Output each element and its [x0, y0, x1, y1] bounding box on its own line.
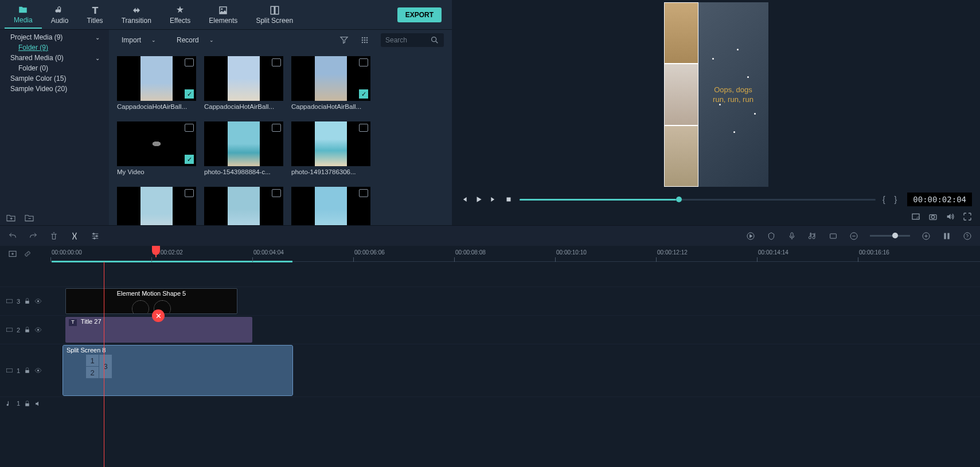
timeline-header-left: [0, 246, 52, 262]
media-item[interactable]: [117, 187, 196, 225]
media-item[interactable]: ✓My Video: [117, 121, 196, 175]
lock-icon[interactable]: [24, 326, 31, 333]
voiceover-icon[interactable]: [787, 231, 797, 241]
sidebar-item-sample-color[interactable]: Sample Color (15): [0, 73, 109, 84]
preview-controls: { } 00:00:02:04: [452, 189, 980, 210]
grid-view-icon[interactable]: [360, 36, 369, 45]
crop-icon[interactable]: [829, 231, 838, 241]
add-track-icon[interactable]: [8, 249, 17, 258]
track-video-1[interactable]: 1 Split Screen 8 1 2 3: [0, 344, 980, 397]
quality-icon[interactable]: [911, 212, 920, 221]
media-toolbar: Import ⌄ Record ⌄: [109, 30, 452, 50]
lock-icon[interactable]: [24, 400, 31, 407]
zoom-slider[interactable]: [870, 235, 910, 237]
snapshot-icon[interactable]: [928, 212, 938, 221]
tab-effects[interactable]: Effects: [161, 2, 200, 28]
media-thumbnail[interactable]: ✓: [117, 56, 196, 101]
media-item[interactable]: [291, 187, 370, 225]
timeline-ruler[interactable]: 00:00:00:0000:00:02:0200:00:04:0400:00:0…: [52, 246, 980, 262]
zoom-out-icon[interactable]: [849, 231, 858, 241]
media-item[interactable]: ✓CappadociaHotAirBall...: [291, 56, 370, 110]
fullscreen-icon[interactable]: [963, 212, 972, 221]
track-audio-1[interactable]: 1: [0, 397, 980, 410]
render-icon[interactable]: [746, 231, 755, 241]
mute-icon[interactable]: [34, 400, 42, 407]
sidebar-item-sample-video[interactable]: Sample Video (20): [0, 84, 109, 94]
visibility-icon[interactable]: [34, 326, 42, 333]
sidebar-item-folder-9[interactable]: Folder (9): [0, 42, 109, 53]
delete-folder-icon[interactable]: [24, 214, 34, 222]
image-badge-icon: [185, 58, 194, 66]
playhead-grip[interactable]: [152, 246, 160, 255]
main-tabs: Media Audio Titles Transition Effects: [0, 0, 452, 30]
clip-split-screen-8[interactable]: Split Screen 8 1 2 3: [63, 346, 292, 395]
adjust-icon[interactable]: [91, 231, 100, 241]
playhead[interactable]: [155, 246, 157, 257]
search-input[interactable]: [385, 36, 425, 44]
zoom-fit-icon[interactable]: [942, 231, 951, 241]
visibility-icon[interactable]: [34, 297, 42, 305]
sidebar-item-project-media[interactable]: Project Media (9) ⌄: [0, 32, 109, 42]
record-dropdown[interactable]: Record ⌄: [172, 34, 218, 46]
svg-point-6: [366, 40, 368, 41]
media-thumbnail[interactable]: [291, 187, 370, 225]
zoom-handle[interactable]: [892, 233, 898, 238]
preview-progress-bar[interactable]: [520, 199, 876, 201]
filter-icon[interactable]: [339, 36, 349, 45]
next-frame-button[interactable]: [490, 195, 498, 203]
marker-icon[interactable]: [767, 231, 776, 241]
tab-split-screen[interactable]: Split Screen: [247, 2, 302, 28]
sidebar-label: Shared Media (0): [10, 54, 64, 62]
tab-elements[interactable]: Elements: [200, 2, 247, 28]
media-thumbnail[interactable]: [204, 56, 283, 101]
media-thumbnail[interactable]: [204, 121, 283, 166]
progress-handle[interactable]: [676, 197, 682, 202]
clip-element-motion[interactable]: Element Motion Shape 5: [65, 288, 237, 314]
sidebar-item-shared-media[interactable]: Shared Media (0) ⌄: [0, 53, 109, 63]
svg-rect-34: [7, 368, 13, 372]
media-thumbnail[interactable]: [204, 187, 283, 225]
search-box[interactable]: [381, 33, 444, 47]
redo-icon[interactable]: [29, 231, 38, 241]
import-dropdown[interactable]: Import ⌄: [117, 34, 161, 46]
volume-icon[interactable]: [946, 212, 955, 221]
export-button[interactable]: EXPORT: [397, 7, 442, 22]
link-icon[interactable]: [23, 249, 32, 258]
tab-titles[interactable]: Titles: [77, 2, 112, 28]
tab-transition[interactable]: Transition: [112, 2, 161, 28]
prev-frame-button[interactable]: [460, 195, 468, 203]
transition-marker[interactable]: ✕: [152, 309, 165, 322]
media-thumbnail[interactable]: [291, 121, 370, 166]
track-video-2[interactable]: 2 ✕ T Title 27: [0, 316, 980, 344]
record-label: Record: [177, 36, 199, 44]
tab-titles-label: Titles: [87, 17, 103, 25]
media-item[interactable]: CappadociaHotAirBall...: [204, 56, 283, 110]
undo-icon[interactable]: [8, 231, 17, 241]
media-item[interactable]: [204, 187, 283, 225]
media-item[interactable]: photo-14913786306...: [291, 121, 370, 175]
used-check-icon: ✓: [185, 89, 194, 99]
lock-icon[interactable]: [24, 367, 31, 374]
stop-button[interactable]: [505, 195, 513, 203]
media-item[interactable]: photo-1543988884-c...: [204, 121, 283, 175]
svg-point-16: [93, 233, 95, 234]
visibility-icon[interactable]: [34, 367, 42, 374]
tab-media[interactable]: Media: [5, 1, 42, 29]
sidebar-item-folder-0[interactable]: Folder (0): [0, 63, 109, 73]
mark-in-out-icon[interactable]: { }: [883, 195, 900, 204]
track-video-3[interactable]: 3 Element Motion Shape 5: [0, 287, 980, 316]
media-thumbnail[interactable]: ✓: [117, 121, 196, 166]
tab-audio[interactable]: Audio: [42, 2, 78, 28]
media-item[interactable]: ✓CappadociaHotAirBall...: [117, 56, 196, 110]
media-item-label: My Video: [117, 168, 196, 175]
audio-mixer-icon[interactable]: [808, 231, 817, 241]
play-button[interactable]: [475, 195, 483, 203]
help-icon[interactable]: [963, 231, 972, 241]
split-icon[interactable]: [70, 231, 79, 241]
new-folder-icon[interactable]: [6, 214, 16, 222]
media-thumbnail[interactable]: [117, 187, 196, 225]
delete-icon[interactable]: [49, 231, 58, 241]
lock-icon[interactable]: [24, 297, 31, 305]
zoom-in-icon[interactable]: [922, 231, 931, 241]
media-thumbnail[interactable]: ✓: [291, 56, 370, 101]
